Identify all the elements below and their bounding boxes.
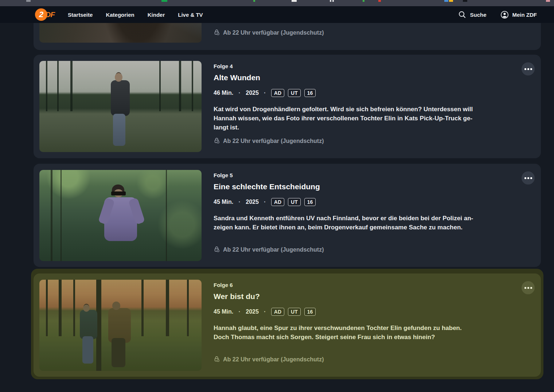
episode-info: Folge 4 Alte Wunden 46 Min. · 2025 · AD … xyxy=(214,61,532,132)
thumbnail-tree xyxy=(96,280,101,371)
episode-duration: 45 Min. xyxy=(214,308,233,315)
tab-favicon-fragment xyxy=(253,0,255,2)
episode-card-folge-5[interactable]: Folge 5 Eine schlechte Entscheidung 45 M… xyxy=(34,164,541,267)
thumbnail-tree xyxy=(141,280,144,336)
tab-favicon-fragment xyxy=(161,0,167,2)
nav-item-kinder[interactable]: Kinder xyxy=(148,12,165,18)
episode-thumbnail[interactable] xyxy=(39,170,202,261)
episode-number: Folge 6 xyxy=(214,282,532,288)
tab-favicon-fragment xyxy=(330,0,331,2)
availability-text: Ab 22 Uhr verfügbar (Jugendschutz) xyxy=(223,30,324,36)
tab-favicon-fragment xyxy=(363,0,364,2)
nav-item-startseite[interactable]: Startseite xyxy=(68,12,93,18)
availability-text: Ab 22 Uhr verfügbar (Jugendschutz) xyxy=(223,356,324,363)
mein-zdf-button[interactable]: Mein ZDF xyxy=(500,11,537,19)
episode-badges: AD UT 16 xyxy=(271,308,316,316)
episode-year: 2025 xyxy=(246,90,259,96)
thumbnail-tree xyxy=(187,280,189,336)
thumbnail-tree xyxy=(46,280,48,336)
thumbnail-tree xyxy=(46,61,47,111)
badge-fsk16: 16 xyxy=(304,308,316,316)
thumbnail-tree xyxy=(61,170,62,261)
search-label: Suche xyxy=(470,12,486,18)
episode-thumbnail[interactable] xyxy=(39,61,202,152)
badge-ad: AD xyxy=(271,198,284,206)
thumbnail-tree xyxy=(70,61,73,111)
parental-lock-icon xyxy=(214,29,220,37)
badge-ut: UT xyxy=(288,308,301,316)
badge-fsk16: 16 xyxy=(304,198,316,206)
thumbnail-figure xyxy=(111,80,130,116)
account-icon xyxy=(500,11,509,19)
episode-meta: 45 Min. · 2025 · AD UT 16 xyxy=(214,197,532,207)
thumbnail-figure xyxy=(112,338,125,367)
search-icon xyxy=(458,11,466,19)
nav-right: Suche Mein ZDF xyxy=(458,11,537,19)
episode-description: Kat wird von Drogenhändlern gefoltert. W… xyxy=(214,105,532,132)
thumbnail-figure xyxy=(108,308,131,343)
tab-favicon-fragment xyxy=(463,0,467,2)
badge-ad: AD xyxy=(271,308,284,316)
nav-links: Startseite Kategorien Kinder Live & TV xyxy=(68,12,203,18)
parental-lock-icon xyxy=(214,356,220,364)
tab-favicon-fragment xyxy=(332,0,334,2)
badge-fsk16: 16 xyxy=(304,89,316,97)
episode-description: Sandra und Kenneth entführen UV nach Fin… xyxy=(214,214,532,232)
episode-number: Folge 4 xyxy=(214,63,532,69)
availability-row: Ab 22 Uhr verfügbar (Jugendschutz) xyxy=(214,137,324,145)
episode-info: Folge 6 Wer bist du? 45 Min. · 2025 · AD… xyxy=(214,280,532,342)
episode-year: 2025 xyxy=(246,199,259,205)
episode-title: Alte Wunden xyxy=(214,73,532,82)
availability-row: Ab 22 Uhr verfügbar (Jugendschutz) xyxy=(214,356,324,364)
meta-separator: · xyxy=(264,308,266,316)
thumbnail-tree xyxy=(57,61,59,111)
episode-badges: AD UT 16 xyxy=(271,89,316,97)
episode-title: Eine schlechte Entscheidung xyxy=(214,182,532,191)
thumbnail-tree xyxy=(192,61,193,111)
tab-favicon-fragment xyxy=(444,0,448,2)
thumbnail-figure xyxy=(80,310,97,339)
parental-lock-icon xyxy=(214,246,220,254)
availability-row: Ab 22 Uhr verfügbar (Jugendschutz) xyxy=(214,246,324,254)
thumbnail-binoculars xyxy=(111,191,126,195)
more-options-button[interactable] xyxy=(522,281,535,294)
thumbnail-tree xyxy=(59,280,62,336)
thumbnail-figure xyxy=(112,302,120,310)
tab-favicon-fragment xyxy=(292,0,297,2)
search-button[interactable]: Suche xyxy=(458,11,486,19)
episode-card-folge-4[interactable]: Folge 4 Alte Wunden 46 Min. · 2025 · AD … xyxy=(34,55,541,158)
account-label: Mein ZDF xyxy=(512,12,537,18)
episode-card-folge-6[interactable]: Folge 6 Wer bist du? 45 Min. · 2025 · AD… xyxy=(34,273,541,377)
browser-tab-strip xyxy=(0,0,554,6)
availability-text: Ab 22 Uhr verfügbar (Jugendschutz) xyxy=(223,138,324,144)
thumbnail-tree xyxy=(159,61,161,111)
thumbnail-figure xyxy=(115,73,122,82)
episode-thumbnail[interactable] xyxy=(39,280,202,371)
nav-item-live-tv[interactable]: Live & TV xyxy=(178,12,203,18)
meta-separator: · xyxy=(238,198,241,206)
thumbnail-tree xyxy=(179,61,181,111)
thumbnail-tree xyxy=(166,170,167,261)
episode-badges: AD UT 16 xyxy=(271,198,316,206)
episode-year: 2025 xyxy=(246,308,259,315)
thumbnail-tree xyxy=(73,280,75,336)
episode-card-highlight-overlay: Folge 6 Wer bist du? 45 Min. · 2025 · AD… xyxy=(31,269,543,379)
zdf-logo-text: DF xyxy=(45,10,55,19)
thumbnail-tree xyxy=(166,280,169,336)
more-options-button[interactable] xyxy=(522,171,535,185)
episode-duration: 46 Min. xyxy=(214,90,233,96)
episode-description: Hannah glaubt, eine Spur zu ihrer versch… xyxy=(214,323,532,342)
thumbnail-figure xyxy=(82,336,93,364)
tab-favicon-fragment xyxy=(26,0,31,2)
episode-number: Folge 5 xyxy=(214,172,532,178)
availability-text: Ab 22 Uhr verfügbar (Jugendschutz) xyxy=(223,247,324,253)
badge-ad: AD xyxy=(271,89,284,97)
badge-ut: UT xyxy=(288,198,301,206)
more-options-button[interactable] xyxy=(522,62,535,75)
nav-item-kategorien[interactable]: Kategorien xyxy=(106,12,134,18)
availability-row: Ab 22 Uhr verfügbar (Jugendschutz) xyxy=(214,29,324,37)
episode-title: Wer bist du? xyxy=(214,292,532,301)
meta-separator: · xyxy=(238,308,241,316)
zdf-logo[interactable]: 2 DF xyxy=(35,8,55,21)
meta-separator: · xyxy=(264,89,266,97)
